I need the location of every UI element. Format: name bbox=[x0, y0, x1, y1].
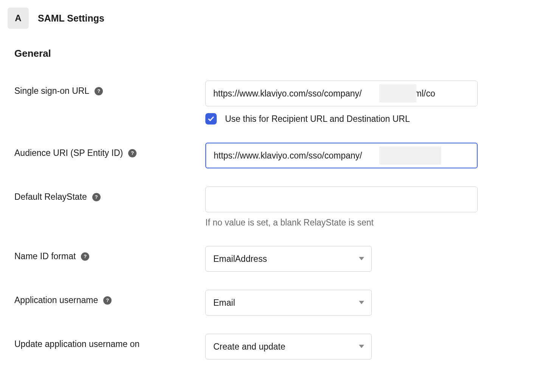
name-id-format-select[interactable]: EmailAddress bbox=[205, 246, 372, 272]
row-app-username: Application username ? Email bbox=[14, 290, 529, 316]
row-sso-url: Single sign-on URL ? Use this for Recipi… bbox=[14, 81, 529, 124]
check-icon bbox=[208, 115, 214, 122]
label-text: Default RelayState bbox=[14, 192, 87, 202]
row-update-username-on: Update application username on Create an… bbox=[14, 334, 529, 359]
help-icon[interactable]: ? bbox=[103, 296, 112, 305]
label-update-username-on: Update application username on bbox=[14, 334, 205, 349]
relay-state-helper: If no value is set, a blank RelayState i… bbox=[205, 218, 478, 228]
relay-state-input[interactable] bbox=[205, 187, 478, 212]
help-icon[interactable]: ? bbox=[92, 193, 101, 201]
page-title: SAML Settings bbox=[38, 13, 104, 24]
row-relay-state: Default RelayState ? If no value is set,… bbox=[14, 187, 529, 228]
sso-url-input[interactable] bbox=[205, 81, 478, 106]
saml-settings-form: Single sign-on URL ? Use this for Recipi… bbox=[14, 81, 529, 359]
row-audience-uri: Audience URI (SP Entity ID) ? bbox=[14, 143, 529, 168]
help-icon[interactable]: ? bbox=[95, 87, 103, 95]
section-title-general: General bbox=[14, 48, 529, 59]
help-icon[interactable]: ? bbox=[128, 149, 137, 157]
section-badge: A bbox=[8, 8, 29, 29]
label-app-username: Application username ? bbox=[14, 290, 205, 305]
page-header: A SAML Settings bbox=[8, 8, 529, 29]
use-for-recipient-checkbox[interactable] bbox=[205, 113, 217, 124]
redacted-segment bbox=[379, 146, 441, 165]
label-text: Single sign-on URL bbox=[14, 86, 89, 96]
label-text: Audience URI (SP Entity ID) bbox=[14, 148, 123, 158]
checkbox-row-recipient-url: Use this for Recipient URL and Destinati… bbox=[205, 113, 478, 124]
label-text: Application username bbox=[14, 295, 98, 305]
checkbox-label: Use this for Recipient URL and Destinati… bbox=[225, 114, 410, 124]
label-text: Name ID format bbox=[14, 251, 76, 261]
label-text: Update application username on bbox=[14, 339, 140, 349]
help-icon[interactable]: ? bbox=[81, 252, 89, 261]
update-username-on-select[interactable]: Create and update bbox=[205, 334, 372, 359]
label-name-id-format: Name ID format ? bbox=[14, 246, 205, 261]
label-sso-url: Single sign-on URL ? bbox=[14, 81, 205, 96]
app-username-select[interactable]: Email bbox=[205, 290, 372, 316]
label-audience-uri: Audience URI (SP Entity ID) ? bbox=[14, 143, 205, 158]
label-relay-state: Default RelayState ? bbox=[14, 187, 205, 202]
row-name-id-format: Name ID format ? EmailAddress bbox=[14, 246, 529, 272]
redacted-segment bbox=[379, 84, 416, 103]
